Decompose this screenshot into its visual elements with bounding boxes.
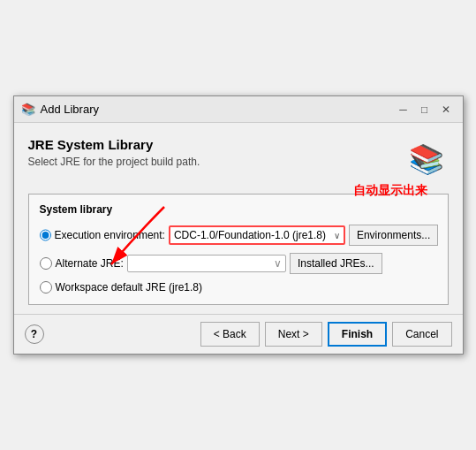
cancel-button[interactable]: Cancel bbox=[392, 322, 451, 347]
environments-button[interactable]: Environments... bbox=[349, 225, 438, 246]
execution-env-row: Execution environment: CDC-1.0/Foundatio… bbox=[40, 225, 437, 246]
dialog-window: 📚 Add Library ─ □ ✕ JRE System Library S… bbox=[13, 95, 464, 355]
dropdown-arrow-icon: ∨ bbox=[334, 231, 340, 240]
footer-left: ? bbox=[25, 324, 44, 344]
dialog-body: JRE System Library Select JRE for the pr… bbox=[14, 123, 463, 314]
header-icon: 📚 bbox=[404, 137, 449, 181]
execution-env-value: CDC-1.0/Foundation-1.0 (jre1.8) bbox=[174, 229, 330, 241]
title-controls: ─ □ ✕ bbox=[394, 101, 456, 118]
alternate-jre-dropdown[interactable]: ∨ bbox=[127, 255, 286, 272]
annotation-label: 自动显示出来 bbox=[353, 183, 427, 199]
back-button[interactable]: < Back bbox=[200, 322, 260, 347]
installed-jres-button[interactable]: Installed JREs... bbox=[290, 253, 382, 274]
workspace-default-radio[interactable] bbox=[40, 281, 52, 294]
workspace-default-row: Workspace default JRE (jre1.8) bbox=[40, 281, 437, 294]
alternate-jre-label: Alternate JRE: bbox=[56, 257, 124, 270]
group-label: System library bbox=[40, 203, 437, 216]
page-title: JRE System Library bbox=[28, 137, 404, 152]
execution-env-radio[interactable] bbox=[40, 229, 51, 241]
title-bar: 📚 Add Library ─ □ ✕ bbox=[14, 96, 463, 123]
help-button[interactable]: ? bbox=[25, 324, 44, 344]
workspace-default-label: Workspace default JRE (jre1.8) bbox=[56, 281, 203, 294]
close-button[interactable]: ✕ bbox=[436, 101, 456, 118]
page-subtitle: Select JRE for the project build path. bbox=[28, 156, 404, 168]
dialog-title: Add Library bbox=[41, 103, 99, 116]
footer-buttons: < Back Next > Finish Cancel bbox=[200, 322, 452, 347]
alternate-jre-value bbox=[132, 257, 134, 270]
header-text: JRE System Library Select JRE for the pr… bbox=[28, 137, 404, 168]
next-button[interactable]: Next > bbox=[265, 322, 322, 347]
header-section: JRE System Library Select JRE for the pr… bbox=[28, 137, 449, 181]
alternate-dropdown-arrow-icon: ∨ bbox=[274, 257, 282, 270]
maximize-button[interactable]: □ bbox=[415, 101, 434, 118]
execution-env-dropdown[interactable]: CDC-1.0/Foundation-1.0 (jre1.8) ∨ bbox=[169, 225, 345, 245]
alternate-jre-radio[interactable] bbox=[40, 257, 52, 270]
system-library-group: System library Execution environment: CD… bbox=[28, 194, 449, 305]
title-icon: 📚 bbox=[21, 103, 35, 117]
finish-button[interactable]: Finish bbox=[328, 322, 387, 347]
title-bar-left: 📚 Add Library bbox=[21, 103, 99, 117]
minimize-button[interactable]: ─ bbox=[394, 101, 413, 118]
dialog-footer: ? < Back Next > Finish Cancel bbox=[14, 314, 463, 354]
alternate-jre-row: Alternate JRE: ∨ Installed JREs... bbox=[40, 253, 437, 274]
execution-env-label: Execution environment: bbox=[55, 229, 165, 241]
